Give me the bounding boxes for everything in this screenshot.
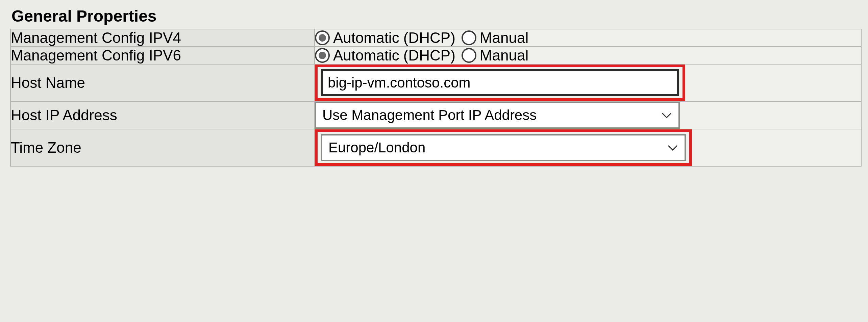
- radio-icon: [462, 30, 476, 45]
- label-ipv6: Management Config IPV6: [10, 47, 315, 64]
- ipv6-radio-manual[interactable]: Manual: [462, 47, 528, 64]
- ipv6-radio-group: Automatic (DHCP) Manual: [315, 47, 861, 64]
- row-hostip: Host IP Address Use Management Port IP A…: [10, 101, 861, 129]
- hostip-select[interactable]: Use Management Port IP Address: [315, 102, 680, 129]
- ipv6-radio-manual-label: Manual: [480, 47, 528, 64]
- row-hostname: Host Name: [10, 64, 861, 101]
- row-timezone: Time Zone Europe/London: [10, 129, 861, 166]
- radio-icon: [462, 48, 476, 63]
- hostip-select-value: Use Management Port IP Address: [322, 107, 537, 123]
- ipv6-radio-automatic[interactable]: Automatic (DHCP): [315, 47, 455, 64]
- hostname-highlight: [315, 65, 685, 101]
- timezone-highlight: Europe/London: [315, 129, 692, 166]
- label-ipv4: Management Config IPV4: [10, 29, 315, 47]
- timezone-select[interactable]: Europe/London: [321, 134, 686, 161]
- label-hostip: Host IP Address: [10, 101, 315, 129]
- row-ipv4: Management Config IPV4 Automatic (DHCP) …: [10, 29, 861, 47]
- chevron-down-icon: [668, 144, 678, 151]
- row-ipv6: Management Config IPV6 Automatic (DHCP) …: [10, 47, 861, 64]
- ipv4-radio-group: Automatic (DHCP) Manual: [315, 29, 861, 46]
- label-timezone: Time Zone: [10, 129, 315, 166]
- radio-icon: [315, 48, 330, 63]
- hostname-input[interactable]: [321, 69, 679, 96]
- ipv4-radio-manual[interactable]: Manual: [462, 29, 528, 46]
- ipv6-radio-automatic-label: Automatic (DHCP): [333, 47, 455, 64]
- section-title: General Properties: [10, 7, 858, 25]
- timezone-select-value: Europe/London: [328, 140, 425, 156]
- ipv4-radio-automatic-label: Automatic (DHCP): [333, 29, 455, 46]
- ipv4-radio-automatic[interactable]: Automatic (DHCP): [315, 29, 455, 46]
- radio-icon: [315, 30, 330, 45]
- label-hostname: Host Name: [10, 64, 315, 101]
- general-properties-table: Management Config IPV4 Automatic (DHCP) …: [10, 29, 862, 167]
- ipv4-radio-manual-label: Manual: [480, 29, 528, 46]
- chevron-down-icon: [662, 112, 672, 119]
